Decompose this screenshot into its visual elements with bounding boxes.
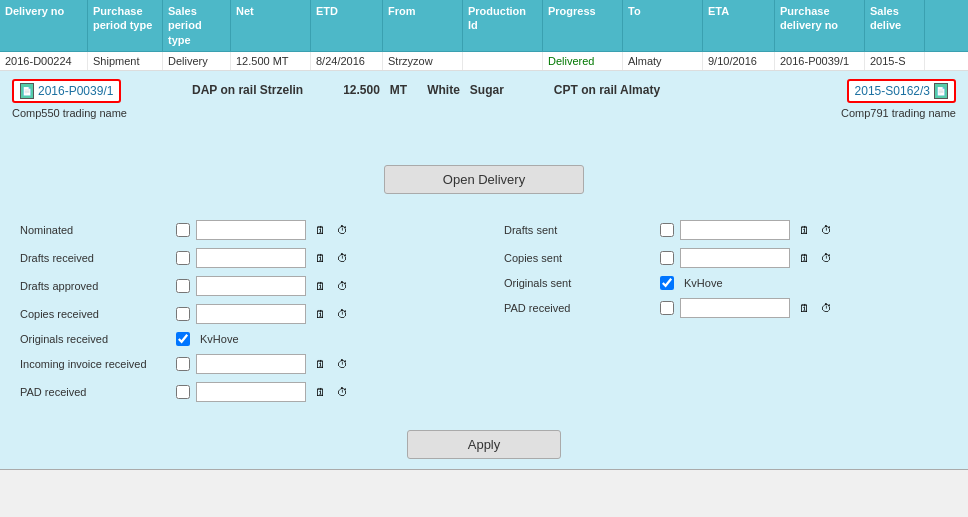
clock-icon-pad-right[interactable]: ⏱ [818,300,834,316]
col-delivery-no: Delivery no [0,0,88,51]
col-from: From [383,0,463,51]
form-left-column: Nominated 🗓 ⏱ Drafts received 🗓 ⏱ Drafts [20,220,464,410]
purchase-doc-icon: 📄 [20,83,34,99]
label-nominated: Nominated [20,224,170,236]
expanded-row: 📄 2016-P0039/1 Comp550 trading name DAP … [0,71,968,470]
clock-icon-drafts-received[interactable]: ⏱ [334,250,350,266]
purchase-link-text: 2016-P0039/1 [38,84,113,98]
cell-net: 12.500 MT [231,52,311,70]
col-net: Net [231,0,311,51]
label-copies-sent: Copies sent [504,252,654,264]
input-pad-received-left[interactable] [196,382,306,402]
value-originals-sent: KvHove [684,277,723,289]
calendar-icon-drafts-sent[interactable]: 🗓 [796,222,812,238]
cell-purchase-delivery: 2016-P0039/1 [775,52,865,70]
value-originals-received: KvHove [200,333,239,345]
calendar-icon-drafts-received[interactable]: 🗓 [312,250,328,266]
calendar-icon-incoming-invoice[interactable]: 🗓 [312,356,328,372]
form-row-drafts-approved: Drafts approved 🗓 ⏱ [20,276,464,296]
cell-production [463,52,543,70]
label-copies-received: Copies received [20,308,170,320]
calendar-icon-drafts-approved[interactable]: 🗓 [312,278,328,294]
checkbox-nominated[interactable] [176,223,190,237]
apply-button[interactable]: Apply [407,430,562,459]
cell-delivery-no: 2016-D00224 [0,52,88,70]
table-header: Delivery no Purchase period type Sales p… [0,0,968,52]
clock-icon-drafts-approved[interactable]: ⏱ [334,278,350,294]
calendar-icon-copies-sent[interactable]: 🗓 [796,250,812,266]
form-row-drafts-received: Drafts received 🗓 ⏱ [20,248,464,268]
sales-company: Comp791 trading name [841,107,956,119]
cell-to: Almaty [623,52,703,70]
sales-link-text: 2015-S0162/3 [855,84,930,98]
input-nominated[interactable] [196,220,306,240]
clock-icon-copies-received[interactable]: ⏱ [334,306,350,322]
label-drafts-approved: Drafts approved [20,280,170,292]
delivery-terms: CPT on rail Almaty [554,83,660,97]
clock-icon-incoming-invoice[interactable]: ⏱ [334,356,350,372]
calendar-icon-pad-left[interactable]: 🗓 [312,384,328,400]
form-area: Nominated 🗓 ⏱ Drafts received 🗓 ⏱ Drafts [0,210,968,420]
cell-eta: 9/10/2016 [703,52,775,70]
purchase-link[interactable]: 📄 2016-P0039/1 [12,79,121,103]
table-row[interactable]: 2016-D00224 Shipment Delivery 12.500 MT … [0,52,968,71]
calendar-icon-copies-received[interactable]: 🗓 [312,306,328,322]
input-copies-sent[interactable] [680,248,790,268]
form-row-pad-received-right: PAD received 🗓 ⏱ [504,298,948,318]
checkbox-copies-sent[interactable] [660,251,674,265]
label-pad-received-right: PAD received [504,302,654,314]
checkbox-drafts-approved[interactable] [176,279,190,293]
cell-progress: Delivered [543,52,623,70]
input-pad-received-right[interactable] [680,298,790,318]
label-drafts-received: Drafts received [20,252,170,264]
clock-icon-copies-sent[interactable]: ⏱ [818,250,834,266]
detail-amount: 12.500 [343,83,380,97]
form-row-originals-received: Originals received KvHove [20,332,464,346]
clock-icon-nominated[interactable]: ⏱ [334,222,350,238]
form-right-column: Drafts sent 🗓 ⏱ Copies sent 🗓 ⏱ Original [504,220,948,410]
detail-terms-prefix: DAP on rail Strzelin [192,83,303,97]
form-row-originals-sent: Originals sent KvHove [504,276,948,290]
input-copies-received[interactable] [196,304,306,324]
input-drafts-sent[interactable] [680,220,790,240]
calendar-icon-nominated[interactable]: 🗓 [312,222,328,238]
checkbox-incoming-invoice[interactable] [176,357,190,371]
clock-icon-drafts-sent[interactable]: ⏱ [818,222,834,238]
form-row-drafts-sent: Drafts sent 🗓 ⏱ [504,220,948,240]
sales-link[interactable]: 2015-S0162/3 📄 [847,79,956,103]
col-production: Production Id [463,0,543,51]
clock-icon-pad-left[interactable]: ⏱ [334,384,350,400]
input-drafts-approved[interactable] [196,276,306,296]
label-drafts-sent: Drafts sent [504,224,654,236]
checkbox-drafts-received[interactable] [176,251,190,265]
input-drafts-received[interactable] [196,248,306,268]
col-progress: Progress [543,0,623,51]
input-incoming-invoice[interactable] [196,354,306,374]
form-row-nominated: Nominated 🗓 ⏱ [20,220,464,240]
col-sales-delivery: Sales delive [865,0,925,51]
label-originals-sent: Originals sent [504,277,654,289]
detail-unit: MT [390,83,407,97]
label-incoming-invoice: Incoming invoice received [20,358,170,370]
cell-from: Strzyzow [383,52,463,70]
col-purchase-delivery: Purchase delivery no [775,0,865,51]
sales-doc-icon: 📄 [934,83,948,99]
col-etd: ETD [311,0,383,51]
main-table: Delivery no Purchase period type Sales p… [0,0,968,470]
checkbox-pad-received-right[interactable] [660,301,674,315]
calendar-icon-pad-right[interactable]: 🗓 [796,300,812,316]
checkbox-copies-received[interactable] [176,307,190,321]
cell-sales-period: Delivery [163,52,231,70]
checkbox-originals-sent[interactable] [660,276,674,290]
open-delivery-button[interactable]: Open Delivery [384,165,584,194]
checkbox-pad-received-left[interactable] [176,385,190,399]
detail-commodity2: Sugar [470,83,504,97]
col-purchase-period: Purchase period type [88,0,163,51]
label-originals-received: Originals received [20,333,170,345]
purchase-company: Comp550 trading name [12,107,127,119]
cell-sales-delivery: 2015-S [865,52,925,70]
col-eta: ETA [703,0,775,51]
checkbox-originals-received[interactable] [176,332,190,346]
form-row-pad-received-left: PAD received 🗓 ⏱ [20,382,464,402]
checkbox-drafts-sent[interactable] [660,223,674,237]
